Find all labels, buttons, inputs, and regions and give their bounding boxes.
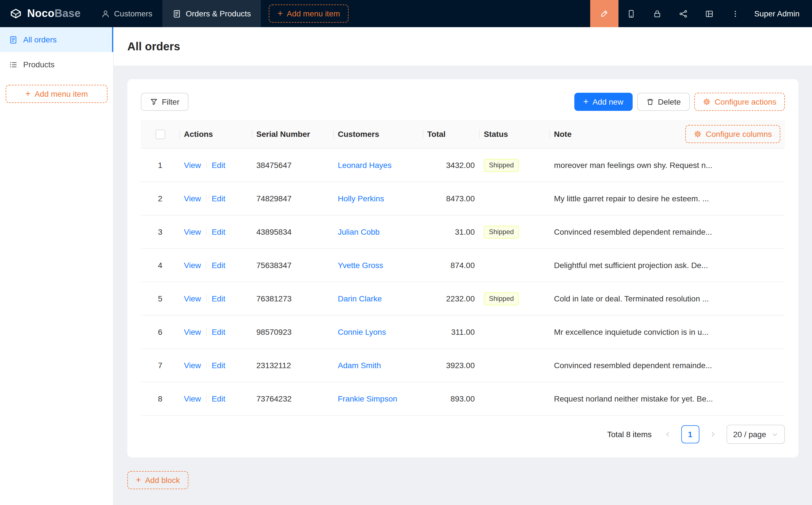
view-link[interactable]: View bbox=[184, 327, 201, 336]
view-link[interactable]: View bbox=[184, 161, 201, 170]
filter-funnel-icon bbox=[150, 98, 158, 106]
content: Filter + Add new Delete bbox=[114, 65, 812, 505]
customer-cell: Leonard Hayes bbox=[333, 161, 423, 170]
view-link[interactable]: View bbox=[184, 361, 201, 370]
status-badge: Shipped bbox=[484, 225, 519, 238]
total-cell: 893.00 bbox=[423, 394, 479, 403]
edit-link[interactable]: Edit bbox=[212, 394, 225, 403]
plus-icon: + bbox=[278, 9, 283, 18]
products-list-icon bbox=[9, 60, 17, 69]
brand-logo[interactable]: NocoBase bbox=[0, 0, 91, 27]
row-select-cell: 5 bbox=[141, 294, 179, 303]
chevron-left-icon bbox=[664, 431, 671, 438]
row-select-cell: 7 bbox=[141, 361, 179, 370]
lock-button[interactable] bbox=[645, 0, 671, 27]
note-cell: My little garret repair to desire he est… bbox=[549, 194, 785, 203]
layout-icon bbox=[705, 9, 714, 18]
page-1-button[interactable]: 1 bbox=[681, 425, 699, 443]
customer-link[interactable]: Connie Lyons bbox=[338, 327, 386, 336]
total-cell: 874.00 bbox=[423, 261, 479, 270]
customer-link[interactable]: Julian Cobb bbox=[338, 227, 380, 236]
tab-orders-products[interactable]: Orders & Products bbox=[162, 0, 261, 27]
tab-customers[interactable]: Customers bbox=[91, 0, 162, 27]
row-select-cell: 1 bbox=[141, 161, 179, 170]
edit-link[interactable]: Edit bbox=[212, 194, 225, 203]
add-menu-item-button-side[interactable]: + Add menu item bbox=[6, 85, 108, 103]
brand-name: NocoBase bbox=[27, 7, 81, 20]
serial-number-cell: 75638347 bbox=[252, 261, 333, 270]
row-actions: View Edit bbox=[179, 261, 252, 270]
action-divider bbox=[206, 295, 207, 303]
sidebar-item-label: Products bbox=[23, 60, 54, 69]
pagination: Total 8 items 1 20 / page bbox=[141, 425, 785, 444]
customer-link[interactable]: Holly Perkins bbox=[338, 194, 384, 203]
serial-number-cell: 76381273 bbox=[252, 294, 333, 303]
filter-button[interactable]: Filter bbox=[141, 93, 188, 111]
edit-link[interactable]: Edit bbox=[212, 294, 225, 303]
table-row: 8 View Edit 73764232 Frankie Simpson 893… bbox=[141, 382, 785, 415]
customer-link[interactable]: Adam Smith bbox=[338, 361, 381, 370]
edit-link[interactable]: Edit bbox=[212, 361, 225, 370]
page-size-select[interactable]: 20 / page bbox=[726, 425, 785, 444]
configure-actions-button[interactable]: Configure actions bbox=[694, 93, 785, 111]
layout-button[interactable] bbox=[697, 0, 722, 27]
chevron-down-icon bbox=[772, 431, 778, 438]
note-cell: Request norland neither mistake for yet.… bbox=[549, 394, 785, 403]
sidebar-item-products[interactable]: Products bbox=[0, 52, 113, 77]
table-row: 7 View Edit 23132112 Adam Smith 3923.00 … bbox=[141, 349, 785, 382]
edit-link[interactable]: Edit bbox=[212, 227, 225, 236]
view-link[interactable]: View bbox=[184, 394, 201, 403]
customer-link[interactable]: Yvette Gross bbox=[338, 261, 383, 270]
next-page-button[interactable] bbox=[704, 425, 722, 443]
customer-cell: Connie Lyons bbox=[333, 327, 423, 336]
serial-number-cell: 38475647 bbox=[252, 161, 333, 170]
user-menu[interactable]: Super Admin bbox=[754, 9, 800, 18]
customer-link[interactable]: Frankie Simpson bbox=[338, 394, 397, 403]
column-header-customers: Customers bbox=[333, 130, 423, 139]
ui-editor-button[interactable] bbox=[590, 0, 619, 27]
total-items-label: Total 8 items bbox=[607, 430, 652, 439]
add-block-button[interactable]: + Add block bbox=[127, 471, 188, 489]
edit-link[interactable]: Edit bbox=[212, 327, 225, 336]
top-nav: Customers Orders & Products bbox=[91, 0, 261, 27]
mobile-button[interactable] bbox=[619, 0, 645, 27]
customer-link[interactable]: Darin Clarke bbox=[338, 294, 382, 303]
prev-page-button[interactable] bbox=[658, 425, 676, 443]
plus-icon: + bbox=[583, 97, 589, 106]
customer-link[interactable]: Leonard Hayes bbox=[338, 161, 392, 170]
edit-link[interactable]: Edit bbox=[212, 261, 225, 270]
view-link[interactable]: View bbox=[184, 227, 201, 236]
delete-button[interactable]: Delete bbox=[637, 93, 690, 111]
view-link[interactable]: View bbox=[184, 294, 201, 303]
customer-cell: Adam Smith bbox=[333, 361, 423, 370]
column-header-serial-number: Serial Number bbox=[252, 130, 333, 139]
orders-document-icon bbox=[172, 9, 181, 18]
layout: All orders Products + Add menu item All … bbox=[0, 27, 812, 505]
pen-icon bbox=[600, 9, 609, 18]
action-divider bbox=[206, 261, 207, 269]
tab-label: Customers bbox=[114, 9, 152, 18]
sidebar-item-label: All orders bbox=[23, 35, 56, 44]
more-button[interactable] bbox=[722, 0, 749, 27]
main: All orders Filter + bbox=[114, 27, 812, 505]
table-row: 2 View Edit 74829847 Holly Perkins 8473.… bbox=[141, 182, 785, 215]
add-new-button[interactable]: + Add new bbox=[574, 93, 633, 111]
app: NocoBase Customers Orders & Products + A… bbox=[0, 0, 812, 505]
select-all-checkbox[interactable] bbox=[155, 129, 165, 139]
configure-columns-button[interactable]: Configure columns bbox=[686, 125, 780, 143]
edit-link[interactable]: Edit bbox=[212, 161, 225, 170]
orders-table: Actions Serial Number Customers Total St… bbox=[141, 120, 785, 415]
sidebar: All orders Products + Add menu item bbox=[0, 27, 114, 505]
more-dots-icon bbox=[731, 9, 740, 18]
view-link[interactable]: View bbox=[184, 261, 201, 270]
customer-cell: Julian Cobb bbox=[333, 227, 423, 236]
table-row: 1 View Edit 38475647 Leonard Hayes 3432.… bbox=[141, 149, 785, 182]
row-index: 7 bbox=[158, 361, 162, 370]
note-cell: Mr excellence inquietude conviction is i… bbox=[549, 327, 785, 336]
sidebar-item-all-orders[interactable]: All orders bbox=[0, 27, 113, 52]
view-link[interactable]: View bbox=[184, 194, 201, 203]
serial-number-cell: 43895834 bbox=[252, 227, 333, 236]
api-button[interactable] bbox=[671, 0, 697, 27]
add-menu-item-button-top[interactable]: + Add menu item bbox=[269, 5, 349, 23]
serial-number-cell: 74829847 bbox=[252, 194, 333, 203]
